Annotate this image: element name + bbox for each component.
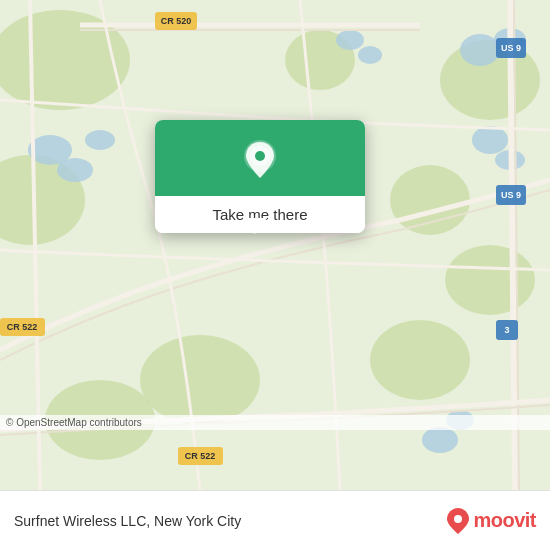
location-pin-icon <box>238 138 282 182</box>
svg-text:US 9: US 9 <box>501 43 521 53</box>
svg-point-11 <box>57 158 93 182</box>
location-name: Surfnet Wireless LLC, New York City <box>14 513 241 529</box>
svg-point-12 <box>85 130 115 150</box>
svg-point-4 <box>390 165 470 235</box>
attribution-text: © OpenStreetMap contributors <box>6 417 142 428</box>
svg-point-6 <box>140 335 260 425</box>
svg-text:CR 522: CR 522 <box>7 322 38 332</box>
svg-point-36 <box>454 515 462 523</box>
svg-text:CR 520: CR 520 <box>161 16 192 26</box>
svg-point-35 <box>255 151 265 161</box>
svg-point-9 <box>445 245 535 315</box>
svg-point-19 <box>422 427 458 453</box>
svg-text:3: 3 <box>504 325 509 335</box>
svg-point-15 <box>460 34 500 66</box>
popup-green-area <box>155 120 365 196</box>
map-container: CR 520 US 9 US 9 CR 522 CR 522 3 Take me… <box>0 0 550 490</box>
svg-text:US 9: US 9 <box>501 190 521 200</box>
svg-text:CR 522: CR 522 <box>185 451 216 461</box>
svg-point-17 <box>336 30 364 50</box>
svg-point-13 <box>472 126 508 154</box>
attribution-bar: © OpenStreetMap contributors <box>0 415 550 430</box>
moovit-logo: moovit <box>447 508 536 534</box>
svg-point-18 <box>358 46 382 64</box>
svg-point-8 <box>370 320 470 400</box>
popup-card: Take me there <box>155 120 365 233</box>
moovit-pin-icon <box>447 508 469 534</box>
moovit-text: moovit <box>473 509 536 532</box>
popup-tail <box>243 218 267 234</box>
bottom-bar: Surfnet Wireless LLC, New York City moov… <box>0 490 550 550</box>
